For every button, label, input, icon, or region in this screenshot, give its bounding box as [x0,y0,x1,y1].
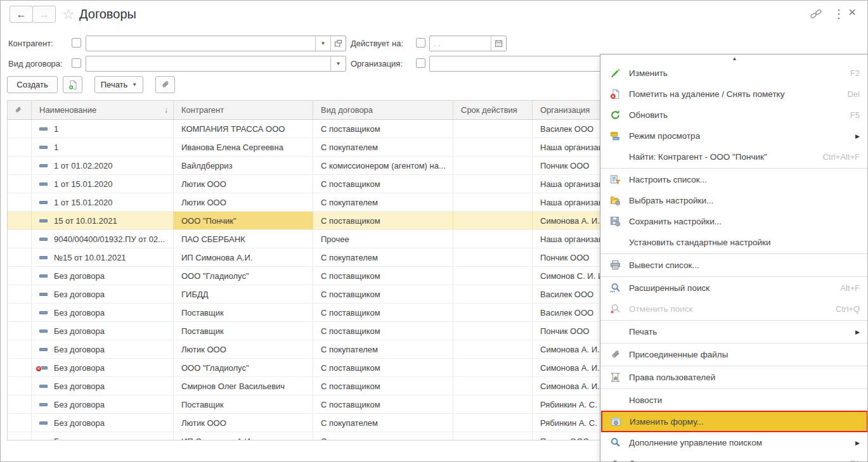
row-attach-cell[interactable] [8,230,32,248]
row-validity-cell[interactable] [453,230,533,248]
menu-item[interactable]: ИзменитьF2 [600,63,868,84]
row-name-cell[interactable]: ✕Без договора [32,414,174,432]
row-contract-kind-cell[interactable]: С поставщиком [313,285,453,303]
contract-kind-dropdown-button[interactable]: ▼ [330,56,346,71]
row-kontragent-cell[interactable]: ГИБДД [174,285,313,303]
row-attach-cell[interactable] [8,322,32,340]
create-new-item-button[interactable] [63,76,82,93]
row-attach-cell[interactable] [8,157,32,174]
row-kontragent-cell[interactable]: ПАО СБЕРБАНК [174,230,313,248]
validity-column-header[interactable]: Срок действия [453,101,533,119]
close-icon[interactable]: × [848,5,856,18]
organization-filter-checkbox[interactable] [416,58,425,68]
row-validity-cell[interactable] [453,285,533,303]
menu-item[interactable]: Установить стандартные настройки [600,232,868,253]
kontragent-open-button[interactable] [330,36,346,51]
row-name-cell[interactable]: ✕Без договора [32,322,174,340]
row-attach-cell[interactable] [8,377,32,395]
kontragent-filter-checkbox[interactable] [72,38,81,48]
row-contract-kind-cell[interactable]: С поставщиком [313,322,453,340]
contract-kind-column-header[interactable]: Вид договора [313,101,453,119]
row-validity-cell[interactable] [453,175,533,193]
row-validity-cell[interactable] [453,340,533,358]
row-validity-cell[interactable] [453,304,533,321]
row-attach-cell[interactable] [8,175,32,193]
row-attach-cell[interactable] [8,359,32,376]
row-validity-cell[interactable] [453,359,533,376]
row-name-cell[interactable]: ✕15 от 10.01.2021 [32,212,174,229]
row-attach-cell[interactable] [8,193,32,211]
print-button[interactable]: Печать ▼ [94,76,143,93]
row-name-cell[interactable]: ✕9040/00400/01932.ПУ от 02... [32,230,174,248]
row-validity-cell[interactable] [453,432,533,440]
row-validity-cell[interactable] [453,212,533,229]
row-contract-kind-cell[interactable]: С покупателем [313,414,453,432]
row-contract-kind-cell[interactable]: Прочее [313,230,453,248]
row-name-cell[interactable]: ✕Без договора [32,432,174,440]
row-kontragent-cell[interactable]: ООО "Гладиолус" [174,359,313,376]
row-kontragent-cell[interactable]: ИП Симонова А.И. [174,248,313,266]
menu-item[interactable]: Дополнение управление поиском▶ [600,432,868,453]
row-contract-kind-cell[interactable]: С комиссионером (агентом) на... [313,157,453,174]
row-validity-cell[interactable] [453,120,533,138]
row-attach-cell[interactable] [8,285,32,303]
row-name-cell[interactable]: ✕1 от 01.02.2020 [32,157,174,174]
valid-on-filter-checkbox[interactable] [416,38,425,48]
row-name-cell[interactable]: ✕№15 от 10.01.2021 [32,248,174,266]
row-name-cell[interactable]: ✕Без договора [32,267,174,285]
kontragent-column-header[interactable]: Контрагент [174,101,313,119]
row-contract-kind-cell[interactable]: С покупателем [313,138,453,156]
menu-item[interactable]: Настроить список... [600,169,868,190]
row-contract-kind-cell[interactable]: С поставщиком [313,377,453,395]
row-kontragent-cell[interactable]: КОМПАНИЯ ТРАССА ООО [174,120,313,138]
menu-scroll-up-arrow[interactable]: ▲ [600,55,868,63]
row-contract-kind-cell[interactable]: С поставщиком [313,267,453,285]
menu-item[interactable]: Новости [600,390,868,411]
menu-item[interactable]: ОбновитьF5 [600,105,868,125]
row-name-cell[interactable]: ✕Без договора [32,377,174,395]
row-contract-kind-cell[interactable]: С покупателем [313,193,453,211]
menu-item[interactable]: ?СправкаF1 [600,453,868,462]
row-validity-cell[interactable] [453,157,533,174]
row-contract-kind-cell[interactable]: С поставщиком [313,175,453,193]
row-contract-kind-cell[interactable]: С покупателем [313,248,453,266]
row-contract-kind-cell[interactable]: С покупателем [313,432,453,440]
row-validity-cell[interactable] [453,414,533,432]
menu-item[interactable]: Вывести список... [600,255,868,276]
row-validity-cell[interactable] [453,267,533,285]
menu-item[interactable]: Режим просмотра▶ [600,125,868,146]
row-contract-kind-cell[interactable]: С поставщиком [313,212,453,229]
name-column-header[interactable]: Наименование ↓ [32,101,174,119]
row-validity-cell[interactable] [453,395,533,413]
more-menu-icon[interactable]: ⋮ [833,7,841,21]
row-attach-cell[interactable] [8,304,32,321]
row-kontragent-cell[interactable]: Лютик ООО [174,175,313,193]
row-kontragent-cell[interactable]: Лютик ООО [174,414,313,432]
row-validity-cell[interactable] [453,322,533,340]
row-attach-cell[interactable] [8,267,32,285]
row-attach-cell[interactable] [8,432,32,440]
row-kontragent-cell[interactable]: Поставщик [174,395,313,413]
row-attach-cell[interactable] [8,138,32,156]
row-kontragent-cell[interactable]: Иванова Елена Сергеевна [174,138,313,156]
kontragent-filter-input[interactable] [86,36,315,51]
contract-kind-filter-input[interactable] [86,56,330,71]
row-attach-cell[interactable] [8,120,32,138]
row-validity-cell[interactable] [453,138,533,156]
row-kontragent-cell[interactable]: ООО "Пончик" [174,212,313,229]
row-attach-cell[interactable] [8,212,32,229]
menu-item[interactable]: Присоединенные файлы [600,344,868,365]
menu-item[interactable]: Расширенный поискAlt+F [600,278,868,298]
row-name-cell[interactable]: ✕Без договора [32,359,174,376]
row-name-cell[interactable]: ✕Без договора [32,395,174,413]
row-attach-cell[interactable] [8,414,32,432]
row-name-cell[interactable]: ✕Без договора [32,340,174,358]
calendar-button[interactable] [491,36,506,51]
row-validity-cell[interactable] [453,248,533,266]
row-validity-cell[interactable] [453,377,533,395]
row-kontragent-cell[interactable]: Поставщик [174,322,313,340]
kontragent-dropdown-button[interactable]: ▼ [315,36,330,51]
row-attach-cell[interactable] [8,395,32,413]
row-name-cell[interactable]: ✕Без договора [32,285,174,303]
row-kontragent-cell[interactable]: ООО "Гладиолус" [174,267,313,285]
